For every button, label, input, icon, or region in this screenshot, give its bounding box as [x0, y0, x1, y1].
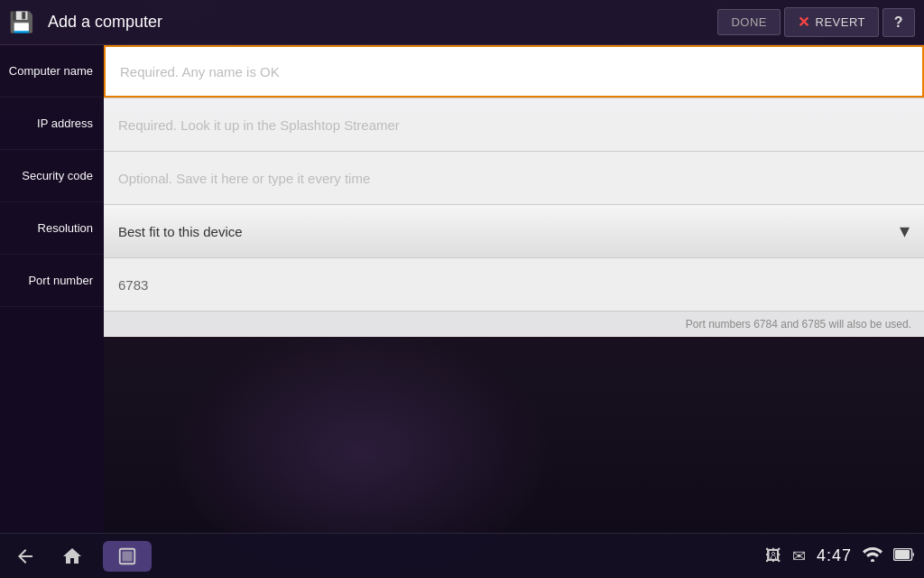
port-note: Port numbers 6784 and 6785 will also be … — [104, 312, 924, 337]
header-actions: DONE ✕ REVERT ? — [717, 7, 915, 37]
label-ip-address: IP address — [0, 98, 104, 150]
resolution-row: Best fit to this device 1920x1080 1280x7… — [104, 205, 924, 258]
sidebar-labels: Computer name IP address Security code R… — [0, 45, 104, 533]
floppy-icon: 💾 — [9, 11, 33, 34]
ip-address-input[interactable] — [104, 98, 924, 151]
svg-point-2 — [871, 559, 874, 562]
bottom-nav-bar: 🖼 ✉ 4:47 — [0, 533, 924, 578]
nav-right: 🖼 ✉ 4:47 — [765, 546, 915, 566]
security-code-input[interactable] — [104, 152, 924, 204]
port-number-input[interactable] — [104, 258, 924, 311]
svg-rect-4 — [895, 550, 910, 559]
header-bar: 💾 Add a computer DONE ✕ REVERT ? — [0, 0, 924, 45]
mail-icon: ✉ — [792, 546, 806, 566]
computer-name-input[interactable] — [104, 45, 924, 98]
security-code-row — [104, 152, 924, 205]
x-icon: ✕ — [798, 14, 810, 31]
time-display: 4:47 — [817, 546, 852, 565]
recents-button[interactable] — [103, 541, 152, 572]
port-number-row — [104, 258, 924, 312]
wifi-icon — [863, 547, 882, 564]
page-title: Add a computer — [48, 13, 162, 32]
resolution-select[interactable]: Best fit to this device 1920x1080 1280x7… — [104, 205, 924, 257]
form-area: Best fit to this device 1920x1080 1280x7… — [104, 45, 924, 337]
done-button[interactable]: DONE — [717, 9, 781, 35]
label-resolution: Resolution — [0, 202, 104, 255]
gallery-icon: 🖼 — [765, 546, 781, 565]
label-security-code: Security code — [0, 150, 104, 202]
label-computer-name: Computer name — [0, 45, 104, 98]
battery-icon — [893, 548, 915, 564]
revert-button[interactable]: ✕ REVERT — [784, 7, 879, 37]
ip-address-row — [104, 98, 924, 152]
help-button[interactable]: ? — [882, 8, 915, 37]
computer-name-row — [104, 45, 924, 98]
back-button[interactable] — [9, 540, 42, 573]
svg-rect-1 — [123, 551, 133, 561]
nav-left — [9, 540, 152, 573]
label-port-number: Port number — [0, 255, 104, 307]
home-button[interactable] — [56, 540, 88, 573]
